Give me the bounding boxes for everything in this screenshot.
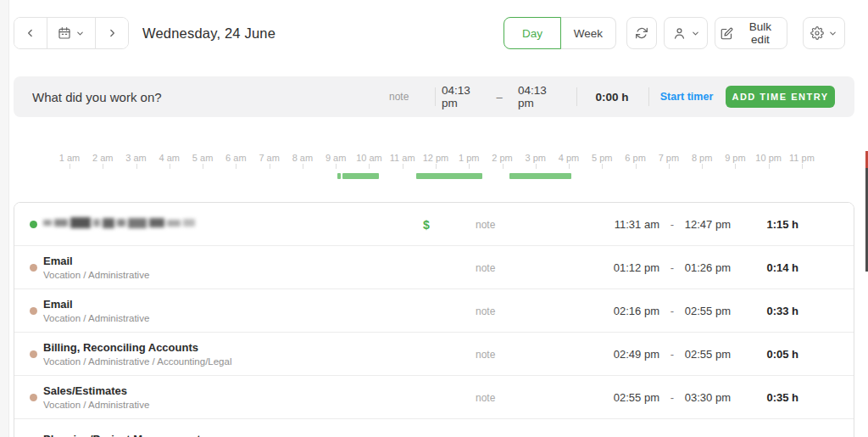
person-icon	[672, 26, 687, 41]
entry-start-time[interactable]: 11:31 am	[615, 203, 659, 246]
entry-title	[43, 216, 195, 229]
entry-start-time[interactable]: 02:49 pm	[614, 333, 659, 376]
entry-title: Planning/Project Management	[43, 433, 201, 437]
chevron-down-icon	[691, 29, 700, 38]
time-entry-row[interactable]: Planning/Project Management	[14, 419, 854, 437]
time-entry-row[interactable]: Sales/Estimates Vocation / Administrativ…	[14, 376, 854, 419]
entry-end-time[interactable]: 01:26 pm	[685, 246, 731, 289]
timeline-hour-label: 5 am	[192, 153, 213, 163]
entry-project-path: Vocation / Administrative	[43, 313, 149, 323]
settings-button[interactable]	[803, 17, 845, 49]
timeline-hour-tick	[636, 164, 637, 169]
timeline-hour-label: 11 am	[390, 153, 415, 163]
start-timer-link[interactable]: Start timer	[654, 76, 719, 117]
entry-note-button[interactable]: note	[476, 289, 495, 333]
timeline-hour-label: 10 am	[356, 153, 382, 163]
end-time-field[interactable]: 04:13 pm	[518, 76, 565, 117]
timeline-hour-tick	[369, 164, 370, 169]
entry-end-time[interactable]: 03:30 pm	[685, 376, 731, 419]
entry-range-separator: -	[665, 333, 679, 376]
time-entry-row[interactable]: $ note 11:31 am - 12:47 pm 1:15 h	[14, 203, 854, 246]
tab-day[interactable]: Day	[504, 17, 561, 49]
project-color-dot	[30, 350, 37, 358]
chevron-left-icon	[25, 27, 36, 39]
project-color-dot	[30, 307, 37, 315]
note-button[interactable]: note	[389, 76, 409, 117]
timeline-hour-tick	[136, 164, 137, 169]
time-entry-row[interactable]: Billing, Reconciling Accounts Vocation /…	[14, 333, 854, 376]
divider	[435, 87, 436, 106]
entry-title: Email	[43, 298, 149, 311]
bulk-edit-label: Bulk edit	[739, 20, 782, 46]
page-title: Wednesday, 24 June	[142, 25, 275, 42]
time-entry-row[interactable]: Email Vocation / Administrative note 02:…	[14, 289, 854, 333]
entry-note-button[interactable]: note	[476, 246, 495, 289]
timeline-hour-tick	[403, 164, 403, 169]
duration-field[interactable]: 0:00 h	[587, 76, 637, 117]
timeline-tracked-bar[interactable]	[337, 173, 341, 179]
previous-day-button[interactable]	[14, 18, 47, 48]
entry-duration[interactable]: 1:15 h	[766, 203, 798, 246]
timeline-hour-tick	[702, 164, 703, 169]
add-time-entry-bar: note 04:13 pm – 04:13 pm 0:00 h Start ti…	[14, 76, 854, 117]
start-time-field[interactable]: 04:13 pm	[442, 76, 489, 117]
divider	[648, 87, 649, 106]
edit-icon	[721, 27, 733, 40]
entry-range-separator: -	[665, 289, 679, 333]
entry-text-block: Email Vocation / Administrative	[43, 298, 149, 323]
timeline-hour-label: 6 am	[225, 153, 246, 163]
timeline-hour-label: 10 pm	[755, 153, 782, 163]
timeline-hour-label: 3 am	[125, 153, 146, 163]
gear-icon	[810, 26, 824, 40]
timeline-hour-label: 9 pm	[725, 153, 745, 163]
entry-start-time[interactable]: 01:12 pm	[614, 246, 659, 289]
timeline-hour-label: 2 pm	[492, 153, 512, 163]
entry-duration[interactable]: 0:35 h	[766, 376, 798, 419]
timeline-hour-tick	[569, 164, 570, 169]
timeline-tracked-bar[interactable]	[509, 173, 571, 179]
entry-note-button[interactable]: note	[476, 376, 495, 419]
timeline-hour-label: 2 am	[92, 153, 113, 163]
timeline-tracked-bar[interactable]	[416, 173, 482, 179]
billable-dollar-icon[interactable]: $	[423, 203, 430, 246]
entry-note-button[interactable]: note	[476, 333, 495, 376]
view-toggle: Day Week	[504, 17, 616, 49]
redacted-entry-title	[43, 216, 195, 229]
timeline-hour-tick	[769, 164, 770, 169]
add-time-entry-button[interactable]: ADD TIME ENTRY	[726, 86, 835, 108]
timeline-tracked-bar[interactable]	[342, 173, 379, 179]
time-entry-row[interactable]: Email Vocation / Administrative note 01:…	[14, 246, 854, 289]
description-input[interactable]	[14, 76, 397, 117]
timeline-hour-tick	[602, 164, 603, 169]
entry-end-time[interactable]: 12:47 pm	[685, 203, 731, 246]
timeline-hour-label: 1 am	[59, 153, 80, 163]
entry-end-time[interactable]: 02:55 pm	[685, 333, 731, 376]
header-actions: Day Week Bulk edit	[504, 17, 845, 49]
entry-duration[interactable]: 0:05 h	[766, 333, 798, 376]
entry-note-button[interactable]: note	[476, 203, 495, 246]
team-filter-button[interactable]	[664, 17, 708, 49]
timeline-hour-label: 3 pm	[526, 153, 546, 163]
bulk-edit-button[interactable]: Bulk edit	[715, 17, 787, 49]
next-day-button[interactable]	[96, 18, 128, 48]
tab-week[interactable]: Week	[561, 17, 616, 49]
entry-text-block: Email Vocation / Administrative	[43, 255, 149, 280]
project-color-dot	[30, 264, 37, 272]
entry-start-time[interactable]: 02:55 pm	[614, 376, 659, 419]
timeline-hour-label: 9 am	[326, 153, 346, 163]
refresh-button[interactable]	[626, 17, 657, 49]
date-picker-button[interactable]	[47, 18, 96, 48]
timeline-hour-tick	[103, 164, 103, 169]
entry-duration[interactable]: 0:33 h	[766, 289, 798, 333]
timeline-hour-tick	[336, 164, 337, 169]
timeline-hour-tick	[503, 164, 504, 169]
timeline-hour-label: 8 pm	[692, 153, 712, 163]
entry-duration[interactable]: 0:14 h	[766, 246, 798, 289]
timeline-hour-tick	[735, 164, 736, 169]
entry-start-time[interactable]: 02:16 pm	[614, 289, 659, 333]
timeline-hour-label: 7 pm	[659, 153, 679, 163]
timeline-hour-label: 4 pm	[559, 153, 579, 163]
timeline-hour-label: 12 pm	[423, 153, 449, 163]
chevron-down-icon	[75, 29, 85, 38]
entry-end-time[interactable]: 02:55 pm	[685, 289, 731, 333]
